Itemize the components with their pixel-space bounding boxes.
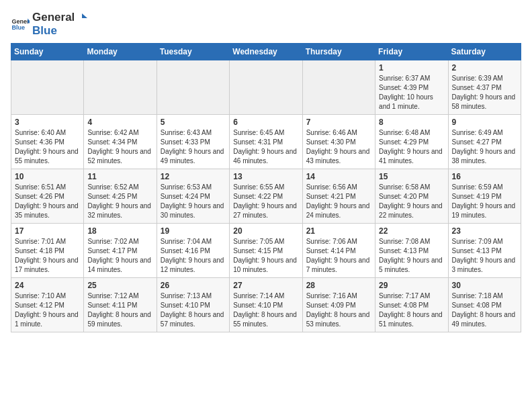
day-info: Sunrise: 7:09 AM Sunset: 4:13 PM Dayligh… [452, 237, 517, 275]
calendar-cell: 24Sunrise: 7:10 AM Sunset: 4:12 PM Dayli… [11, 278, 84, 332]
weekday-saturday: Saturday [448, 44, 521, 60]
calendar-cell: 2Sunrise: 6:39 AM Sunset: 4:37 PM Daylig… [448, 60, 521, 115]
day-info: Sunrise: 6:58 AM Sunset: 4:20 PM Dayligh… [379, 183, 444, 220]
day-info: Sunrise: 7:01 AM Sunset: 4:18 PM Dayligh… [15, 237, 80, 275]
calendar-cell [11, 60, 84, 115]
calendar-cell: 17Sunrise: 7:01 AM Sunset: 4:18 PM Dayli… [11, 224, 84, 278]
day-number: 30 [452, 281, 517, 290]
day-number: 15 [379, 172, 444, 181]
calendar-cell: 11Sunrise: 6:52 AM Sunset: 4:25 PM Dayli… [84, 169, 157, 224]
day-number: 24 [15, 281, 80, 290]
calendar-cell: 22Sunrise: 7:08 AM Sunset: 4:13 PM Dayli… [375, 224, 448, 278]
day-number: 12 [161, 172, 226, 181]
calendar-cell: 14Sunrise: 6:56 AM Sunset: 4:21 PM Dayli… [302, 169, 375, 224]
day-info: Sunrise: 7:05 AM Sunset: 4:15 PM Dayligh… [233, 237, 298, 275]
week-row-3: 17Sunrise: 7:01 AM Sunset: 4:18 PM Dayli… [11, 224, 521, 278]
calendar-cell: 18Sunrise: 7:02 AM Sunset: 4:17 PM Dayli… [84, 224, 157, 278]
day-info: Sunrise: 6:51 AM Sunset: 4:26 PM Dayligh… [15, 183, 80, 220]
day-number: 18 [87, 226, 152, 236]
day-number: 19 [161, 226, 226, 236]
day-number: 3 [15, 118, 80, 127]
day-number: 13 [233, 172, 298, 181]
week-row-1: 3Sunrise: 6:40 AM Sunset: 4:36 PM Daylig… [11, 115, 521, 169]
calendar-cell: 7Sunrise: 6:46 AM Sunset: 4:30 PM Daylig… [302, 115, 375, 169]
day-number: 20 [233, 226, 298, 236]
day-number: 9 [452, 118, 517, 127]
calendar-cell: 25Sunrise: 7:12 AM Sunset: 4:11 PM Dayli… [84, 278, 157, 332]
day-info: Sunrise: 6:37 AM Sunset: 4:39 PM Dayligh… [379, 74, 444, 111]
calendar-cell: 19Sunrise: 7:04 AM Sunset: 4:16 PM Dayli… [157, 224, 229, 278]
calendar-cell: 23Sunrise: 7:09 AM Sunset: 4:13 PM Dayli… [448, 224, 521, 278]
day-number: 14 [306, 172, 371, 181]
day-number: 27 [233, 281, 298, 290]
day-number: 2 [452, 63, 517, 73]
week-row-2: 10Sunrise: 6:51 AM Sunset: 4:26 PM Dayli… [11, 169, 521, 224]
calendar-cell: 26Sunrise: 7:13 AM Sunset: 4:10 PM Dayli… [157, 278, 229, 332]
weekday-sunday: Sunday [11, 44, 84, 60]
calendar-cell: 6Sunrise: 6:45 AM Sunset: 4:31 PM Daylig… [230, 115, 302, 169]
day-info: Sunrise: 7:17 AM Sunset: 4:08 PM Dayligh… [379, 291, 444, 329]
day-info: Sunrise: 7:12 AM Sunset: 4:11 PM Dayligh… [87, 291, 152, 329]
weekday-header: SundayMondayTuesdayWednesdayThursdayFrid… [11, 44, 521, 60]
calendar-cell: 1Sunrise: 6:37 AM Sunset: 4:39 PM Daylig… [375, 60, 448, 115]
day-number: 21 [306, 226, 371, 236]
day-number: 17 [15, 226, 80, 236]
calendar-cell: 28Sunrise: 7:16 AM Sunset: 4:09 PM Dayli… [302, 278, 375, 332]
calendar-cell [84, 60, 157, 115]
day-info: Sunrise: 6:39 AM Sunset: 4:37 PM Dayligh… [452, 74, 517, 111]
day-info: Sunrise: 6:40 AM Sunset: 4:36 PM Dayligh… [15, 128, 80, 166]
calendar-cell [230, 60, 302, 115]
day-info: Sunrise: 6:46 AM Sunset: 4:30 PM Dayligh… [306, 128, 371, 166]
day-info: Sunrise: 7:18 AM Sunset: 4:08 PM Dayligh… [452, 291, 517, 329]
day-info: Sunrise: 7:13 AM Sunset: 4:10 PM Dayligh… [161, 291, 226, 329]
day-number: 26 [161, 281, 226, 290]
day-info: Sunrise: 7:06 AM Sunset: 4:14 PM Dayligh… [306, 237, 371, 275]
day-number: 1 [379, 63, 444, 73]
day-number: 16 [452, 172, 517, 181]
svg-text:Blue: Blue [11, 24, 25, 31]
day-info: Sunrise: 6:45 AM Sunset: 4:31 PM Dayligh… [233, 128, 298, 166]
calendar-cell: 3Sunrise: 6:40 AM Sunset: 4:36 PM Daylig… [11, 115, 84, 169]
day-info: Sunrise: 6:56 AM Sunset: 4:21 PM Dayligh… [306, 183, 371, 220]
day-number: 4 [87, 118, 152, 127]
calendar-body: 1Sunrise: 6:37 AM Sunset: 4:39 PM Daylig… [11, 60, 521, 332]
day-number: 11 [87, 172, 152, 181]
day-info: Sunrise: 6:59 AM Sunset: 4:19 PM Dayligh… [452, 183, 517, 220]
calendar-cell: 5Sunrise: 6:43 AM Sunset: 4:33 PM Daylig… [157, 115, 229, 169]
day-number: 7 [306, 118, 371, 127]
day-number: 22 [379, 226, 444, 236]
weekday-wednesday: Wednesday [230, 44, 302, 60]
calendar-cell: 10Sunrise: 6:51 AM Sunset: 4:26 PM Dayli… [11, 169, 84, 224]
calendar-cell: 29Sunrise: 7:17 AM Sunset: 4:08 PM Dayli… [375, 278, 448, 332]
day-info: Sunrise: 7:14 AM Sunset: 4:10 PM Dayligh… [233, 291, 298, 329]
logo: General Blue General Blue [11, 11, 87, 38]
day-info: Sunrise: 7:08 AM Sunset: 4:13 PM Dayligh… [379, 237, 444, 275]
logo-text: General Blue [32, 11, 87, 38]
calendar-cell: 13Sunrise: 6:55 AM Sunset: 4:22 PM Dayli… [230, 169, 302, 224]
logo-icon: General Blue [11, 15, 30, 34]
calendar-cell: 21Sunrise: 7:06 AM Sunset: 4:14 PM Dayli… [302, 224, 375, 278]
day-info: Sunrise: 7:04 AM Sunset: 4:16 PM Dayligh… [161, 237, 226, 275]
day-number: 29 [379, 281, 444, 290]
week-row-0: 1Sunrise: 6:37 AM Sunset: 4:39 PM Daylig… [11, 60, 521, 115]
day-info: Sunrise: 6:53 AM Sunset: 4:24 PM Dayligh… [161, 183, 226, 220]
day-info: Sunrise: 6:42 AM Sunset: 4:34 PM Dayligh… [87, 128, 152, 166]
calendar-cell: 12Sunrise: 6:53 AM Sunset: 4:24 PM Dayli… [157, 169, 229, 224]
calendar-cell: 8Sunrise: 6:48 AM Sunset: 4:29 PM Daylig… [375, 115, 448, 169]
day-number: 5 [161, 118, 226, 127]
weekday-thursday: Thursday [302, 44, 375, 60]
day-number: 10 [15, 172, 80, 181]
calendar-cell [302, 60, 375, 115]
day-info: Sunrise: 6:55 AM Sunset: 4:22 PM Dayligh… [233, 183, 298, 220]
week-row-4: 24Sunrise: 7:10 AM Sunset: 4:12 PM Dayli… [11, 278, 521, 332]
day-number: 25 [87, 281, 152, 290]
calendar-cell: 9Sunrise: 6:49 AM Sunset: 4:27 PM Daylig… [448, 115, 521, 169]
day-number: 6 [233, 118, 298, 127]
day-info: Sunrise: 7:02 AM Sunset: 4:17 PM Dayligh… [87, 237, 152, 275]
day-info: Sunrise: 6:48 AM Sunset: 4:29 PM Dayligh… [379, 128, 444, 166]
calendar-cell: 27Sunrise: 7:14 AM Sunset: 4:10 PM Dayli… [230, 278, 302, 332]
weekday-monday: Monday [84, 44, 157, 60]
day-info: Sunrise: 6:43 AM Sunset: 4:33 PM Dayligh… [161, 128, 226, 166]
calendar: SundayMondayTuesdayWednesdayThursdayFrid… [11, 43, 521, 332]
svg-marker-3 [82, 13, 87, 18]
